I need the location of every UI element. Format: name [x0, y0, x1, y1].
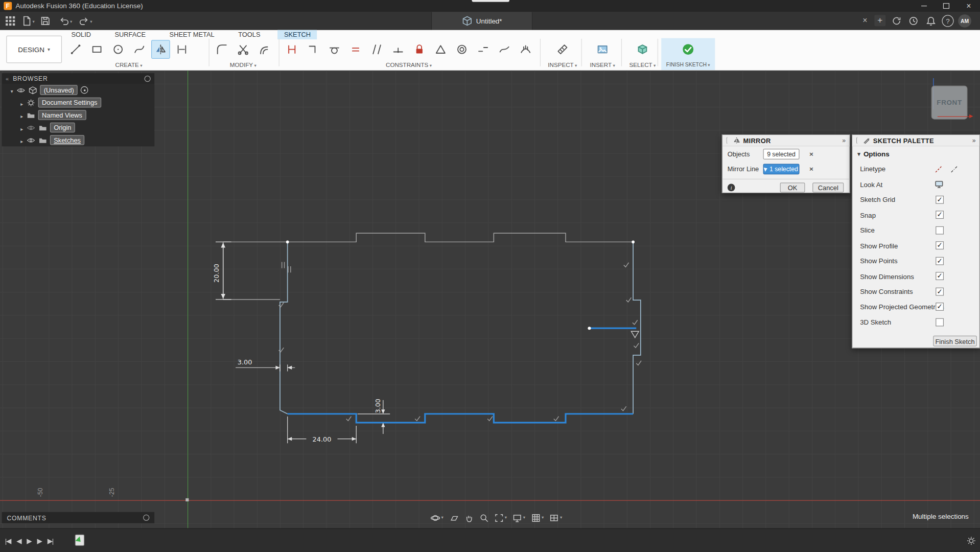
show-dimensions-checkbox[interactable] [936, 272, 944, 280]
orbit-button[interactable] [429, 512, 445, 523]
tab-close-icon[interactable]: × [860, 16, 870, 25]
inspect-group-label[interactable]: INSPECT [545, 61, 580, 68]
dim-notch-depth[interactable]: 3.00 [374, 399, 382, 413]
history-icon[interactable] [908, 16, 919, 27]
browser-item-root[interactable]: (Unsaved) [2, 84, 154, 96]
timeline-settings-gear-icon[interactable] [966, 536, 976, 548]
sketch-dimension-icon[interactable] [283, 40, 301, 59]
show-projected-geometries-checkbox[interactable] [936, 303, 944, 311]
new-tab-button[interactable]: + [874, 15, 885, 26]
collinear-constraint-icon[interactable] [474, 40, 493, 59]
fix-constraint-icon[interactable] [410, 40, 429, 59]
display-settings-button[interactable] [510, 512, 527, 523]
finish-sketch-icon[interactable] [679, 40, 697, 59]
expand-caret-icon[interactable] [11, 84, 13, 96]
tab-tools[interactable]: TOOLS [232, 30, 267, 39]
undo-icon[interactable] [59, 16, 69, 27]
browser-item-label[interactable]: Origin [50, 123, 75, 133]
look-at-icon[interactable] [934, 179, 944, 190]
tab-sketch[interactable]: SKETCH [278, 30, 317, 39]
skip-to-start-button[interactable]: |◀ [5, 537, 11, 545]
zoom-button[interactable] [477, 512, 491, 523]
visibility-eye-off-icon[interactable] [26, 123, 35, 132]
skip-to-end-button[interactable]: ▶| [48, 537, 53, 545]
fit-button[interactable] [492, 512, 508, 523]
save-icon[interactable] [40, 16, 51, 27]
expand-caret-icon[interactable] [20, 134, 23, 146]
dialog-expand-icon[interactable]: » [972, 137, 976, 144]
notifications-bell-icon[interactable] [926, 16, 937, 27]
play-button[interactable]: ▶ [27, 537, 31, 545]
panel-options-icon[interactable] [145, 75, 151, 81]
offset-tool-icon[interactable] [255, 40, 274, 59]
show-points-checkbox[interactable] [936, 257, 944, 265]
constraints-group-label[interactable]: CONSTRAINTS [283, 61, 535, 68]
visibility-eye-icon[interactable] [16, 86, 25, 95]
show-constraints-checkbox[interactable] [936, 287, 944, 295]
finish-sketch-button[interactable]: Finish Sketch [933, 336, 977, 347]
bottom-notched-edge[interactable] [288, 414, 633, 423]
clear-mirror-line-icon[interactable]: × [809, 165, 813, 173]
capture-position-icon[interactable] [81, 86, 88, 94]
document-tab[interactable]: Untitled* [431, 12, 532, 30]
midpoint-constraint-icon[interactable] [389, 40, 408, 59]
origin-point[interactable] [185, 498, 189, 501]
symmetry-constraint-icon[interactable] [431, 40, 450, 59]
cancel-button[interactable]: Cancel [812, 182, 844, 193]
select-tool-icon[interactable] [633, 40, 652, 59]
browser-item-origin[interactable]: Origin [2, 121, 154, 133]
redo-caret-icon[interactable]: ▾ [90, 19, 92, 25]
tab-surface[interactable]: SURFACE [108, 30, 152, 39]
close-button[interactable]: × [958, 0, 980, 12]
mirror-dialog[interactable]: MIRROR » Objects 9 selected × Mirror Lin… [722, 134, 850, 193]
insert-group-label[interactable]: INSERT [585, 61, 620, 68]
dialog-grip-icon[interactable] [726, 137, 729, 144]
show-profile-checkbox[interactable] [936, 241, 944, 249]
select-group-label[interactable]: SELECT [625, 61, 660, 68]
expand-caret-icon[interactable] [20, 97, 23, 108]
modify-group-label[interactable]: MODIFY [213, 61, 274, 68]
create-group-label[interactable]: CREATE [66, 61, 192, 68]
tab-solid[interactable]: SOLID [65, 30, 97, 39]
file-menu-caret-icon[interactable]: ▾ [33, 19, 35, 25]
spline-tool-icon[interactable] [130, 40, 149, 59]
line-tool-icon[interactable] [66, 40, 85, 59]
job-status-icon[interactable] [891, 16, 902, 27]
ok-button[interactable]: OK [780, 182, 805, 193]
viewports-button[interactable] [548, 512, 564, 523]
smooth-constraint-icon[interactable] [495, 40, 514, 59]
centerline-linetype-icon[interactable] [949, 164, 960, 174]
visibility-eye-icon[interactable] [26, 135, 35, 144]
maximize-button[interactable] [935, 0, 958, 12]
mirror-tool-icon[interactable] [151, 40, 170, 59]
panel-options-icon[interactable] [143, 515, 149, 521]
dim-bottom-width[interactable]: 24.00 [313, 435, 332, 443]
browser-item-label[interactable]: Document Settings [38, 98, 101, 108]
rectangle-tool-icon[interactable] [87, 40, 106, 59]
browser-item-label[interactable]: (Unsaved) [40, 85, 78, 95]
parallel-constraint-icon[interactable] [367, 40, 386, 59]
browser-item-label[interactable]: Named Views [38, 110, 86, 120]
dialog-grip-icon[interactable] [856, 137, 859, 144]
mirror-dialog-header[interactable]: MIRROR » [722, 135, 849, 146]
minimize-button[interactable] [913, 0, 935, 12]
sketch-lines-unselected[interactable] [280, 242, 641, 413]
collapse-panel-icon[interactable]: « [6, 75, 9, 81]
insert-image-icon[interactable] [593, 40, 612, 59]
expand-caret-icon[interactable] [20, 109, 23, 121]
file-menu-icon[interactable] [21, 16, 32, 27]
concentric-constraint-icon[interactable] [453, 40, 472, 59]
measure-tool-icon[interactable] [553, 40, 572, 59]
tangent-constraint-icon[interactable] [325, 40, 344, 59]
viewcube[interactable]: FRONT [931, 86, 968, 120]
avatar[interactable]: AM [958, 14, 971, 28]
expand-caret-icon[interactable] [20, 122, 23, 133]
grid-settings-button[interactable] [529, 512, 546, 523]
browser-item-named-views[interactable]: Named Views [2, 109, 154, 121]
sketch-canvas[interactable]: -50 -25 [0, 71, 980, 528]
undo-caret-icon[interactable]: ▾ [70, 19, 72, 25]
horizontal-vertical-constraint-icon[interactable] [304, 40, 322, 59]
app-grid-icon[interactable] [5, 16, 16, 27]
browser-item-label[interactable]: Sketches [50, 135, 85, 145]
snap-checkbox[interactable] [936, 211, 944, 219]
